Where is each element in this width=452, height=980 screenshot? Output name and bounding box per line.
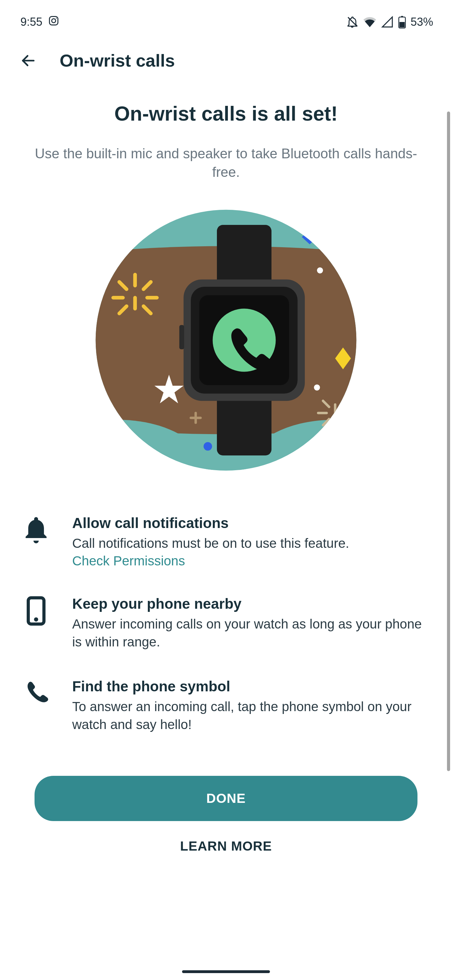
svg-rect-5	[400, 22, 405, 27]
phone-handset-icon	[19, 678, 53, 733]
tip-title: Keep your phone nearby	[72, 595, 433, 612]
svg-point-21	[204, 442, 212, 450]
battery-icon	[398, 15, 406, 29]
dnd-icon	[346, 16, 358, 28]
back-button[interactable]	[19, 51, 38, 70]
tip-phone-nearby: Keep your phone nearby Answer incoming c…	[19, 586, 433, 668]
svg-line-29	[341, 419, 347, 425]
hero-subtitle: Use the built-in mic and speaker to take…	[28, 144, 424, 181]
tips-list: Allow call notifications Call notificati…	[19, 505, 433, 751]
svg-rect-32	[179, 325, 184, 349]
hero-title: On-wrist calls is all set!	[19, 102, 433, 125]
svg-rect-4	[401, 16, 403, 17]
content-scroll[interactable]: On-wrist calls is all set! Use the built…	[0, 102, 452, 871]
svg-point-1	[52, 19, 56, 22]
button-row: DONE LEARN MORE	[19, 751, 433, 871]
check-permissions-link[interactable]: Check Permissions	[72, 554, 433, 568]
instagram-icon	[48, 15, 59, 29]
hero-illustration	[19, 207, 433, 474]
svg-point-17	[317, 267, 323, 273]
svg-point-38	[34, 617, 38, 622]
status-time: 9:55	[21, 15, 42, 29]
status-left: 9:55	[21, 15, 59, 29]
status-right: 53%	[346, 15, 433, 29]
svg-point-18	[314, 385, 320, 390]
status-bar: 9:55	[0, 0, 452, 38]
svg-point-2	[56, 18, 57, 19]
wifi-icon	[363, 16, 377, 28]
app-bar: On-wrist calls	[0, 38, 452, 83]
page-title: On-wrist calls	[60, 50, 175, 71]
gesture-nav-bar[interactable]	[182, 970, 270, 973]
svg-line-27	[341, 401, 347, 407]
bell-icon	[19, 514, 53, 569]
svg-rect-0	[49, 16, 58, 25]
cell-signal-icon	[381, 16, 393, 28]
learn-more-button[interactable]: LEARN MORE	[35, 821, 417, 871]
tip-phone-symbol: Find the phone symbol To answer an incom…	[19, 668, 433, 751]
tip-title: Find the phone symbol	[72, 678, 433, 695]
phone-device-icon	[19, 595, 53, 651]
done-button[interactable]: DONE	[35, 776, 417, 821]
tip-text: To answer an incoming call, tap the phon…	[72, 698, 433, 733]
tip-notifications: Allow call notifications Call notificati…	[19, 505, 433, 586]
scrollbar[interactable]	[447, 111, 450, 771]
tip-title: Allow call notifications	[72, 514, 433, 531]
battery-percent: 53%	[411, 15, 433, 29]
tip-text: Answer incoming calls on your watch as l…	[72, 615, 433, 651]
tip-text: Call notifications must be on to use thi…	[72, 535, 433, 552]
